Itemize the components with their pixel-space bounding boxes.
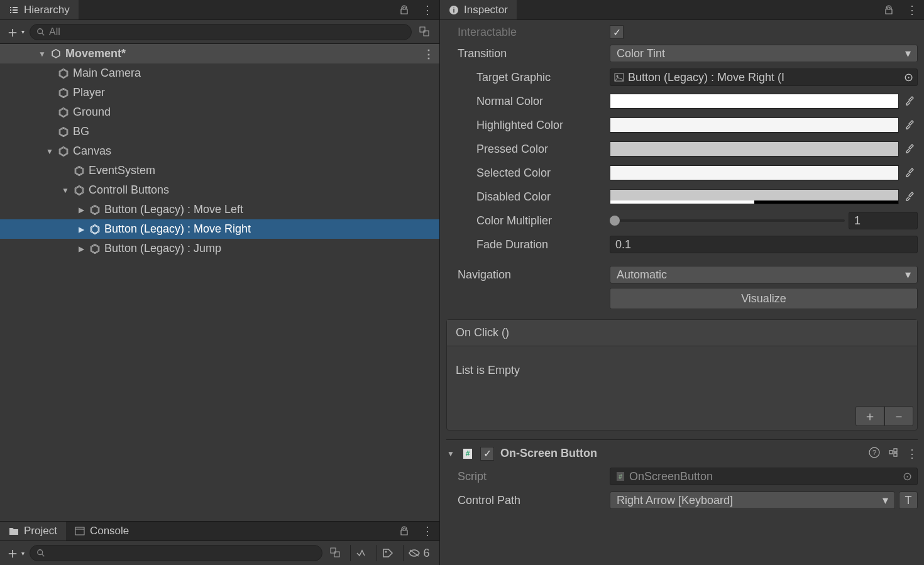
gameobject-icon xyxy=(88,204,102,216)
panel-menu-icon[interactable]: ⋮ xyxy=(415,522,439,540)
scene-menu-icon[interactable]: ⋮ xyxy=(423,47,434,61)
gameobject-row[interactable]: ▼ Controll Buttons xyxy=(0,180,439,200)
disabled-color-swatch[interactable] xyxy=(610,189,899,204)
color-multiplier-label: Color Multiplier xyxy=(446,214,610,228)
remove-event-button[interactable]: － xyxy=(884,406,913,426)
info-icon: i xyxy=(449,5,459,15)
color-multiplier-input[interactable]: 1 xyxy=(849,212,918,229)
gameobject-row[interactable]: BG xyxy=(0,122,439,141)
interactable-checkbox[interactable]: ✓ xyxy=(610,25,624,39)
bottom-tab-bar: Project Console ⋮ xyxy=(0,521,439,541)
foldout-icon[interactable]: ▼ xyxy=(446,449,455,458)
foldout-icon[interactable]: ▼ xyxy=(45,147,54,156)
gameobject-row[interactable]: ▶ Button (Legacy) : Move Left xyxy=(0,200,439,219)
add-event-button[interactable]: ＋ xyxy=(855,406,884,426)
transition-dropdown[interactable]: Color Tint ▾ xyxy=(610,45,918,62)
foldout-icon[interactable]: ▼ xyxy=(38,50,47,58)
create-button[interactable]: ＋▾ xyxy=(5,22,25,42)
component-enabled-checkbox[interactable]: ✓ xyxy=(480,447,494,461)
gameobject-label: EventSystem xyxy=(89,164,155,177)
gameobject-label: Controll Buttons xyxy=(89,184,169,197)
foldout-icon[interactable]: ▼ xyxy=(61,186,70,195)
eyedropper-icon[interactable] xyxy=(903,189,918,204)
gameobject-icon xyxy=(57,107,70,118)
control-path-row: Control Path Right Arrow [Keyboard] ▾ T xyxy=(446,488,918,512)
hierarchy-toolbar: ＋▾ All xyxy=(0,20,439,44)
eyedropper-icon[interactable] xyxy=(903,118,918,133)
help-icon[interactable]: ? xyxy=(869,447,880,461)
selected-color-swatch[interactable] xyxy=(610,165,899,180)
project-tab[interactable]: Project xyxy=(0,522,66,540)
gameobject-row-selected[interactable]: ▶ Button (Legacy) : Move Right xyxy=(0,219,439,239)
hierarchy-tab[interactable]: Hierarchy xyxy=(0,0,79,19)
foldout-icon[interactable]: ▶ xyxy=(77,206,85,214)
visualize-button[interactable]: Visualize xyxy=(610,288,918,309)
component-header[interactable]: ▼ # ✓ On-Screen Button ? ⋮ xyxy=(446,439,918,464)
svg-rect-3 xyxy=(75,527,84,535)
gameobject-icon xyxy=(88,224,102,235)
eyedropper-icon[interactable] xyxy=(903,141,918,156)
panel-lock-icon[interactable] xyxy=(877,0,900,19)
hidden-count: 6 xyxy=(423,547,429,560)
object-picker-icon[interactable]: ⊙ xyxy=(904,70,913,84)
gameobject-label: BG xyxy=(73,125,89,138)
panel-menu-icon[interactable]: ⋮ xyxy=(900,0,924,19)
eyedropper-icon[interactable] xyxy=(903,94,918,109)
inspector-tab[interactable]: i Inspector xyxy=(440,0,517,19)
project-search-input[interactable] xyxy=(30,545,322,561)
normal-color-swatch[interactable] xyxy=(610,94,899,109)
fade-duration-input[interactable]: 0.1 xyxy=(610,236,918,253)
gameobject-row[interactable]: EventSystem xyxy=(0,161,439,180)
inspector-tab-bar: i Inspector ⋮ xyxy=(440,0,924,20)
gameobject-row[interactable]: Main Camera xyxy=(0,63,439,83)
control-path-value: Right Arrow [Keyboard] xyxy=(617,494,733,507)
create-button[interactable]: ＋▾ xyxy=(5,543,25,563)
control-path-dropdown[interactable]: Right Arrow [Keyboard] ▾ xyxy=(610,491,895,509)
highlighted-color-swatch[interactable] xyxy=(610,118,899,133)
script-row: Script # OnScreenButton ⊙ xyxy=(446,464,918,488)
hidden-count-button[interactable]: 6 xyxy=(403,545,434,561)
scene-row[interactable]: ▼ Movement* ⋮ xyxy=(0,44,439,63)
fade-duration-label: Fade Duration xyxy=(446,238,610,251)
picker-icon[interactable] xyxy=(327,546,345,560)
target-graphic-field[interactable]: Button (Legacy) : Move Right (I ⊙ xyxy=(610,69,918,86)
text-mode-button[interactable]: T xyxy=(899,491,918,509)
pressed-color-row: Pressed Color xyxy=(446,137,918,161)
hierarchy-tree: ▼ Movement* ⋮ Main Camera Player Ground … xyxy=(0,44,439,521)
color-multiplier-slider[interactable] xyxy=(610,219,845,222)
image-icon xyxy=(614,73,624,82)
search-placeholder: All xyxy=(49,26,60,38)
highlighted-color-label: Highlighted Color xyxy=(446,119,610,132)
preset-icon[interactable] xyxy=(888,447,899,461)
hierarchy-list-icon xyxy=(9,5,19,15)
hierarchy-search-input[interactable]: All xyxy=(30,24,412,40)
gameobject-row[interactable]: ▶ Button (Legacy) : Jump xyxy=(0,239,439,258)
gameobject-icon xyxy=(57,126,70,138)
foldout-icon[interactable]: ▶ xyxy=(77,225,85,234)
hierarchy-tab-label: Hierarchy xyxy=(24,4,70,16)
filter-by-type-icon[interactable] xyxy=(350,545,371,561)
scene-picker-icon[interactable] xyxy=(417,25,434,39)
unity-logo-icon xyxy=(49,48,63,60)
panel-lock-icon[interactable] xyxy=(393,522,415,540)
foldout-icon[interactable]: ▶ xyxy=(77,244,85,253)
panel-menu-icon[interactable]: ⋮ xyxy=(415,0,439,19)
navigation-label: Navigation xyxy=(446,268,610,282)
search-icon xyxy=(36,549,45,557)
component-menu-icon[interactable]: ⋮ xyxy=(906,447,918,461)
pressed-color-swatch[interactable] xyxy=(610,141,899,156)
svg-text:#: # xyxy=(466,449,470,458)
navigation-dropdown[interactable]: Automatic ▾ xyxy=(610,266,918,283)
filter-by-label-icon[interactable] xyxy=(377,545,398,561)
gameobject-row[interactable]: Player xyxy=(0,83,439,102)
gameobject-row[interactable]: Ground xyxy=(0,102,439,122)
panel-lock-icon[interactable] xyxy=(393,0,415,19)
console-tab[interactable]: Console xyxy=(66,522,138,540)
svg-point-4 xyxy=(38,550,43,555)
script-value: OnScreenButton xyxy=(629,470,713,483)
eyedropper-icon[interactable] xyxy=(903,165,918,180)
gameobject-row[interactable]: ▼ Canvas xyxy=(0,141,439,161)
component-title: On-Screen Button xyxy=(500,447,862,460)
folder-icon xyxy=(9,527,19,535)
navigation-value: Automatic xyxy=(617,268,667,282)
